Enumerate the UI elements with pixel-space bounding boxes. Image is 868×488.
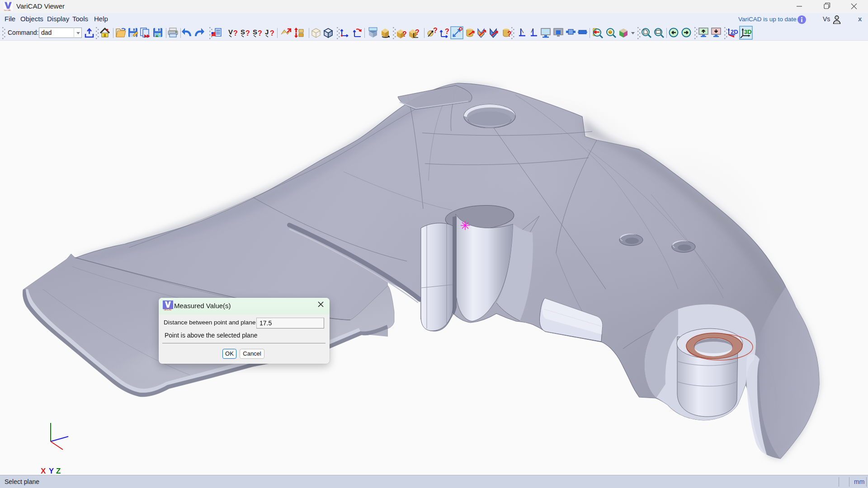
- svg-text:2D: 2D: [731, 28, 738, 35]
- svg-text:Z: Z: [56, 467, 61, 475]
- svg-text:X: X: [41, 467, 46, 475]
- svg-text:VariCAD: VariCAD: [4, 9, 11, 11]
- svg-text:Y: Y: [49, 467, 54, 475]
- svg-text:S: S: [253, 28, 257, 36]
- svg-text:S: S: [241, 28, 245, 36]
- svg-text:V: V: [228, 28, 233, 36]
- svg-text:VariCAD: VariCAD: [164, 309, 172, 311]
- svg-text:3D: 3D: [744, 28, 752, 35]
- svg-text:J: J: [265, 28, 269, 36]
